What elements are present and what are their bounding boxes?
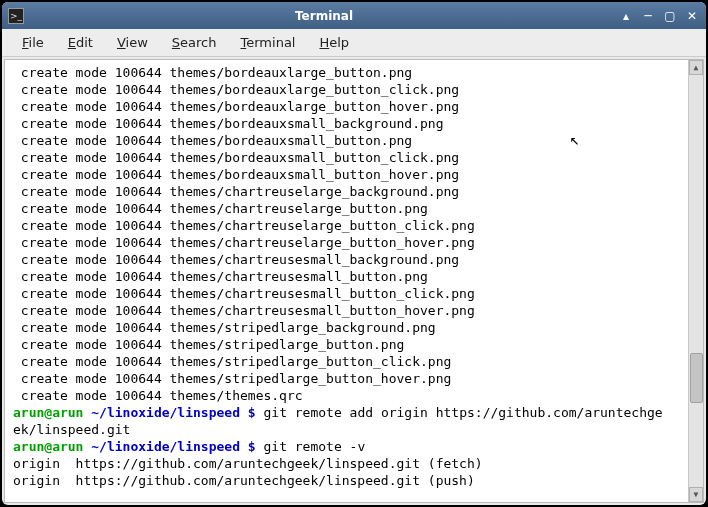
menu-terminal[interactable]: Terminal (231, 32, 306, 53)
maximize-button[interactable]: ▢ (662, 8, 678, 24)
titlebar[interactable]: >_ Terminal ▴ ─ ▢ ✕ (2, 2, 706, 29)
minimize-button[interactable]: ─ (640, 8, 656, 24)
scroll-thumb[interactable] (690, 353, 703, 403)
terminal-area: create mode 100644 themes/bordeauxlarge_… (4, 59, 704, 503)
menu-view[interactable]: View (107, 32, 158, 53)
window-title: Terminal (30, 9, 618, 23)
menu-file[interactable]: File (12, 32, 54, 53)
scroll-down-button[interactable]: ▼ (689, 487, 703, 502)
menu-edit[interactable]: Edit (58, 32, 103, 53)
terminal-icon: >_ (8, 8, 24, 24)
menubar: FileEditViewSearchTerminalHelp (2, 29, 706, 57)
terminal-window: >_ Terminal ▴ ─ ▢ ✕ FileEditViewSearchTe… (2, 2, 706, 505)
scroll-up-button[interactable]: ▲ (689, 60, 703, 75)
terminal-output[interactable]: create mode 100644 themes/bordeauxlarge_… (5, 60, 688, 502)
window-controls: ▴ ─ ▢ ✕ (618, 8, 700, 24)
scrollbar[interactable]: ▲ ▼ (688, 60, 703, 502)
menu-help[interactable]: Help (309, 32, 359, 53)
close-button[interactable]: ✕ (684, 8, 700, 24)
menu-search[interactable]: Search (162, 32, 227, 53)
shade-button[interactable]: ▴ (618, 8, 634, 24)
